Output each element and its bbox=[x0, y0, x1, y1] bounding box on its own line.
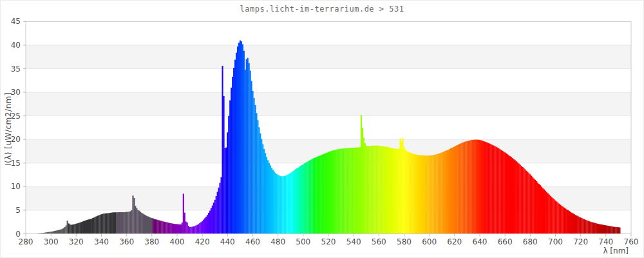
x-tick-label: 760 bbox=[624, 237, 639, 246]
y-tick-label: 10 bbox=[11, 182, 21, 191]
x-tick-label: 560 bbox=[372, 237, 386, 246]
x-tick-label: 480 bbox=[270, 237, 285, 246]
x-tick-label: 720 bbox=[573, 237, 588, 246]
y-tick-label: 5 bbox=[15, 206, 21, 215]
y-axis: 051015202530354045 bbox=[11, 17, 26, 238]
x-tick-label: 540 bbox=[346, 237, 361, 246]
x-tick-label: 440 bbox=[220, 237, 235, 246]
x-tick-label: 680 bbox=[523, 237, 538, 246]
y-tick-label: 45 bbox=[11, 17, 21, 26]
x-tick-label: 640 bbox=[473, 237, 488, 246]
x-tick-label: 340 bbox=[94, 237, 109, 246]
x-tick-label: 580 bbox=[397, 237, 412, 246]
x-tick-label: 360 bbox=[119, 237, 134, 246]
x-tick-label: 500 bbox=[296, 237, 310, 246]
y-tick-label: 25 bbox=[11, 112, 21, 121]
x-tick-label: 320 bbox=[69, 237, 84, 246]
x-tick-label: 660 bbox=[498, 237, 513, 246]
x-tick-label: 620 bbox=[447, 237, 462, 246]
spectrum-chart: 2803003203403603804004204404604805005205… bbox=[0, 0, 644, 258]
x-axis-label: λ [nm] bbox=[603, 246, 629, 255]
y-tick-label: 40 bbox=[11, 41, 21, 50]
x-tick-label: 380 bbox=[144, 237, 159, 246]
x-tick-label: 700 bbox=[548, 237, 563, 246]
x-tick-label: 300 bbox=[44, 237, 59, 246]
x-axis: 2803003203403603804004204404604805005205… bbox=[19, 234, 639, 247]
y-tick-label: 35 bbox=[11, 64, 21, 74]
x-tick-label: 460 bbox=[245, 237, 260, 246]
x-tick-label: 740 bbox=[598, 237, 613, 246]
y-tick-label: 15 bbox=[11, 159, 21, 168]
x-tick-label: 400 bbox=[170, 237, 185, 246]
x-tick-label: 420 bbox=[195, 237, 210, 246]
y-tick-label: 30 bbox=[11, 88, 21, 97]
x-tick-label: 520 bbox=[321, 237, 336, 246]
y-tick-label: 0 bbox=[15, 230, 21, 239]
y-tick-label: 20 bbox=[11, 135, 21, 144]
page: { "header": { "title": "lamps.licht-im-t… bbox=[0, 0, 644, 258]
x-tick-label: 600 bbox=[422, 237, 437, 246]
x-tick-label: 280 bbox=[19, 237, 33, 246]
